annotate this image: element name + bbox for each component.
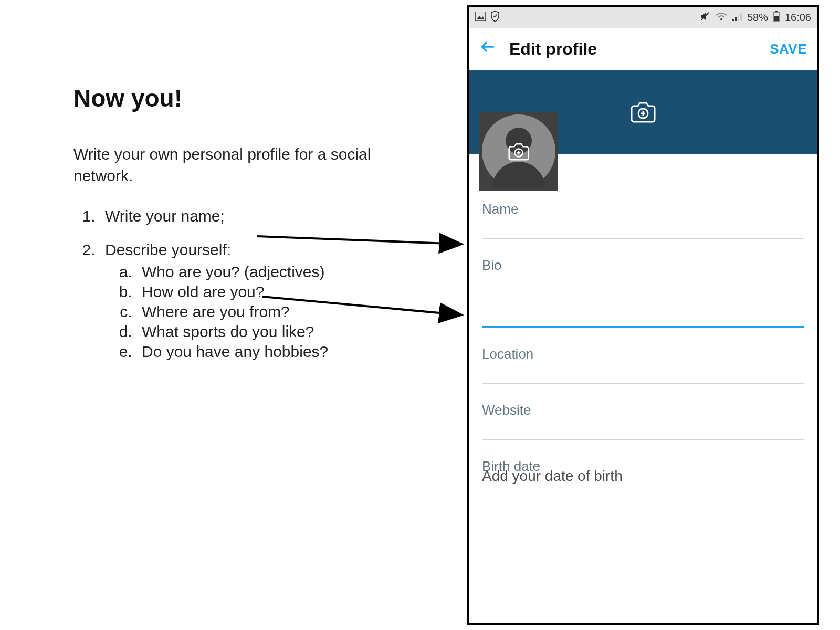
cover-photo-area[interactable] [469,70,817,154]
wifi-icon [716,12,727,24]
mute-icon [700,12,710,24]
svg-rect-0 [475,12,486,21]
app-title: Edit profile [509,39,770,59]
signal-icon [732,12,742,24]
shield-icon [491,11,499,24]
sub-item-b: How old are you? [136,283,410,301]
name-label: Name [482,201,804,217]
instructions-panel: Now you! Write your own personal profile… [74,84,410,376]
list-item-1: Write your name; [100,207,410,225]
status-bar: 58% 16:06 [469,7,817,28]
sub-item-d: What sports do you like? [136,323,410,341]
bio-field[interactable]: Bio [482,257,804,328]
sub-item-a: Who are you? (adjectives) [136,263,410,281]
sub-list: Who are you? (adjectives) How old are yo… [105,263,410,361]
svg-rect-10 [774,16,779,21]
phone-screenshot: 58% 16:06 Edit profile SAVE [467,5,819,625]
battery-percent: 58% [747,12,768,24]
svg-rect-7 [740,13,742,21]
location-field[interactable]: Location [482,346,804,384]
camera-add-icon[interactable] [508,142,529,161]
app-bar: Edit profile SAVE [469,28,817,70]
svg-point-3 [720,18,722,20]
location-label: Location [482,346,804,362]
list-item-2: Describe yourself: Who are you? (adjecti… [100,241,410,361]
svg-rect-4 [732,19,734,21]
heading: Now you! [74,84,410,112]
svg-rect-5 [735,17,737,21]
main-list: Write your name; Describe yourself: Who … [74,207,410,361]
intro-text: Write your own personal profile for a so… [74,144,410,186]
battery-icon [773,11,780,24]
birthdate-placeholder: Add your date of birth [482,468,804,485]
birthdate-field[interactable]: Birth date Add your date of birth [482,458,804,485]
back-arrow-icon[interactable] [479,38,496,60]
camera-add-icon[interactable] [631,101,656,123]
svg-rect-6 [738,15,739,21]
status-left [475,11,499,24]
avatar-area[interactable] [479,112,558,191]
website-field[interactable]: Website [482,402,804,440]
clock-time: 16:06 [785,12,811,24]
sub-item-e: Do you have any hobbies? [136,343,410,361]
status-right: 58% 16:06 [700,11,811,24]
form-area: Name Bio Location Website Birth date Add… [469,154,817,623]
name-field[interactable]: Name [482,201,804,239]
picture-icon [475,12,486,24]
website-label: Website [482,402,804,418]
svg-marker-1 [477,16,484,19]
save-button[interactable]: SAVE [770,41,807,57]
bio-label: Bio [482,257,804,274]
sub-item-c: Where are you from? [136,303,410,321]
